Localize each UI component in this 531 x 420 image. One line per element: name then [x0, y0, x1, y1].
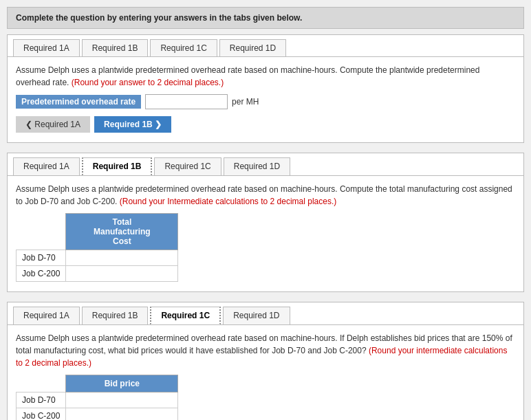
tab-required-1c-s1[interactable]: Required 1C [150, 39, 217, 56]
tab-required-1b-s2[interactable]: Required 1B [82, 157, 153, 175]
predetermined-rate-input[interactable] [145, 94, 228, 109]
section-body-1c: Assume Delph uses a plantwide predetermi… [8, 325, 523, 420]
section-body-1b: Assume Delph uses a plantwide predetermi… [8, 176, 523, 291]
nav-buttons-1a: ❮ Required 1A Required 1B ❯ [16, 116, 515, 133]
tab-required-1d-s3[interactable]: Required 1D [223, 307, 290, 324]
unit-label-1a: per MH [232, 97, 259, 107]
section-body-1a: Assume Delph uses a plantwide predetermi… [8, 57, 523, 142]
tab-required-1b-s1[interactable]: Required 1B [82, 39, 149, 56]
input-jobc200-1b[interactable] [67, 267, 176, 280]
tabs-row-1c: Required 1A Required 1B Required 1C Requ… [8, 302, 523, 325]
section-desc-1b: Assume Delph uses a plantwide predetermi… [16, 183, 515, 208]
table-1b: TotalManufacturingCost Job D-70 Job C-20… [16, 213, 178, 282]
table-1c: Bid price Job D-70 Job C-200 [16, 375, 178, 420]
tab-required-1c-s2[interactable]: Required 1C [154, 157, 221, 175]
round-note-1c: (Round your intermediate calculations to… [16, 346, 507, 368]
tabs-row-1b: Required 1A Required 1B Required 1C Requ… [8, 153, 523, 176]
table-row: Job D-70 [17, 250, 178, 266]
tab-required-1a-s3[interactable]: Required 1A [13, 307, 80, 324]
tab-required-1a-s2[interactable]: Required 1A [13, 157, 80, 175]
instruction-text: Complete the question by entering your a… [16, 13, 302, 23]
inline-form-1a: Predetermined overhead rate per MH [16, 94, 515, 109]
row-label-jobc200-1b: Job C-200 [17, 266, 66, 282]
tab-required-1b-s3[interactable]: Required 1B [82, 307, 149, 324]
table-1c-header: Bid price [66, 375, 178, 393]
tabs-row-1a: Required 1A Required 1B Required 1C Requ… [8, 35, 523, 57]
form-label-1a: Predetermined overhead rate [16, 95, 141, 109]
page-container: Complete the question by entering your a… [7, 7, 524, 420]
cell-jobd70-1c [66, 393, 178, 408]
tab-required-1a-s1[interactable]: Required 1A [13, 39, 80, 56]
cell-jobd70-1b [66, 250, 178, 266]
instruction-bar: Complete the question by entering your a… [7, 7, 524, 29]
tab-required-1c-s3[interactable]: Required 1C [150, 307, 221, 324]
table-row: Job C-200 [17, 266, 178, 282]
tab-required-1d-s2[interactable]: Required 1D [224, 157, 290, 175]
section-card-1b: Required 1A Required 1B Required 1C Requ… [7, 153, 524, 292]
cell-jobc200-1b [66, 266, 178, 282]
section-card-1c: Required 1A Required 1B Required 1C Requ… [7, 302, 524, 420]
input-jobc200-1c[interactable] [67, 410, 176, 420]
prev-button-1a[interactable]: ❮ Required 1A [16, 116, 90, 133]
section-desc-1a: Assume Delph uses a plantwide predetermi… [16, 64, 515, 89]
section-desc-1c: Assume Delph uses a plantwide predetermi… [16, 332, 515, 369]
round-note-1b: (Round your Intermediate calculations to… [120, 197, 337, 206]
tab-required-1d-s1[interactable]: Required 1D [219, 39, 286, 56]
table-row: Job D-70 [17, 393, 178, 408]
table-row: Job C-200 [17, 408, 178, 421]
cell-jobc200-1c [66, 408, 178, 421]
input-jobd70-1c[interactable] [67, 394, 176, 406]
section-card-1a: Required 1A Required 1B Required 1C Requ… [7, 34, 524, 143]
row-label-jobd70-1b: Job D-70 [17, 250, 66, 266]
next-button-1a[interactable]: Required 1B ❯ [94, 116, 171, 133]
input-jobd70-1b[interactable] [67, 252, 176, 264]
row-label-jobd70-1c: Job D-70 [17, 393, 66, 408]
round-note-1a: (Round your answer to 2 decimal places.) [72, 78, 224, 87]
row-label-jobc200-1c: Job C-200 [17, 408, 66, 421]
table-1b-header: TotalManufacturingCost [66, 214, 178, 250]
